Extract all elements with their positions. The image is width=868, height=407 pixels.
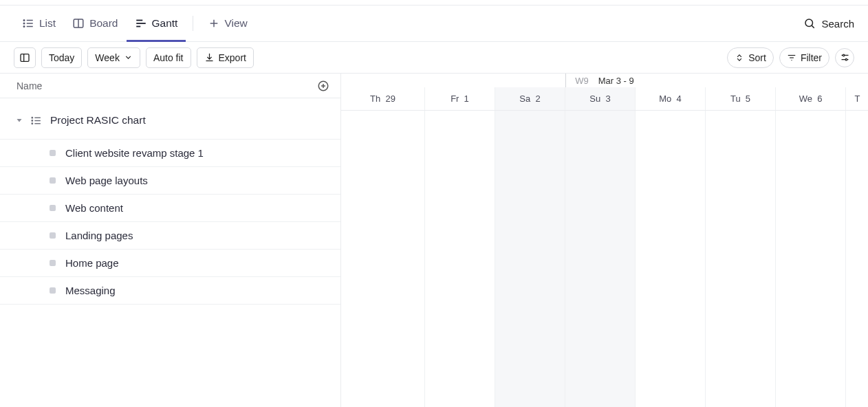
task-name: Landing pages: [65, 230, 133, 241]
group-row[interactable]: Project RASIC chart: [0, 102, 340, 140]
export-label: Export: [219, 52, 246, 63]
group-title: Project RASIC chart: [50, 114, 146, 126]
sliders-icon: [840, 52, 850, 63]
sort-icon: [735, 53, 744, 63]
svg-marker-28: [17, 119, 22, 122]
day-header-cell: Th 29: [341, 87, 425, 110]
timeline-column: [565, 111, 636, 407]
timeline-column: [495, 111, 565, 407]
tab-list[interactable]: List: [14, 6, 64, 41]
svg-point-24: [845, 58, 847, 60]
plus-icon: [208, 18, 219, 29]
toggle-panel-button[interactable]: [14, 47, 36, 68]
svg-point-3: [23, 20, 25, 21]
day-header-cell: Fr 1: [425, 87, 495, 110]
day-header-cell: Tu 5: [706, 87, 776, 110]
settings-button[interactable]: [835, 48, 854, 67]
timeline-column: [706, 111, 776, 407]
status-square-icon: [50, 150, 56, 156]
task-name: Messaging: [65, 285, 116, 296]
range-dropdown[interactable]: Week: [87, 47, 140, 68]
day-header-cell: Su 3: [565, 87, 636, 110]
status-square-icon: [50, 260, 56, 266]
timeline-column: [636, 111, 706, 407]
sort-label: Sort: [748, 52, 766, 63]
add-view-label: View: [224, 17, 247, 30]
svg-line-14: [812, 25, 814, 28]
name-column-header: Name: [17, 80, 42, 91]
task-name: Home page: [65, 257, 119, 269]
sort-button[interactable]: Sort: [727, 47, 774, 68]
list-icon: [30, 115, 42, 126]
svg-point-32: [32, 117, 32, 118]
svg-point-5: [23, 26, 25, 28]
task-row[interactable]: Web page layouts: [0, 167, 340, 195]
task-name: Web page layouts: [65, 175, 148, 186]
timeline-column: [846, 111, 868, 407]
task-row[interactable]: Web content: [0, 195, 340, 222]
tab-list-label: List: [39, 17, 56, 30]
task-row[interactable]: Landing pages: [0, 222, 340, 250]
task-name: Client website revamp stage 1: [65, 147, 204, 159]
view-tabs-bar: List Board Gantt View Search: [0, 5, 868, 42]
week-range: Mar 3 - 9: [598, 76, 634, 86]
autofit-label: Auto fit: [153, 52, 184, 63]
caret-down-icon[interactable]: [15, 116, 23, 124]
filter-button[interactable]: Filter: [779, 47, 829, 68]
status-square-icon: [50, 232, 56, 239]
timeline-column: [776, 111, 846, 407]
day-header-cell: Mo 4: [636, 87, 706, 110]
list-icon: [22, 17, 34, 30]
task-row[interactable]: Messaging: [0, 277, 340, 305]
board-icon: [72, 17, 85, 30]
svg-point-4: [23, 23, 25, 24]
day-header-cell: Sa 2: [495, 87, 565, 110]
svg-point-13: [805, 19, 813, 27]
today-label: Today: [49, 52, 74, 63]
timeline-body[interactable]: [341, 111, 868, 407]
search-icon: [803, 17, 816, 30]
gantt-main: Name Project RASIC chart Client website …: [0, 74, 868, 407]
task-list-header: Name: [0, 74, 340, 98]
timeline-week-header: W9 Mar 3 - 9: [341, 74, 868, 87]
status-square-icon: [50, 205, 56, 211]
task-row[interactable]: Home page: [0, 250, 340, 277]
filter-icon: [787, 53, 796, 63]
panel-icon: [19, 52, 30, 63]
status-square-icon: [50, 287, 56, 294]
timeline-column: [425, 111, 495, 407]
range-label: Week: [95, 52, 120, 63]
svg-rect-15: [21, 54, 29, 61]
today-button[interactable]: Today: [41, 47, 82, 68]
svg-point-22: [843, 54, 845, 56]
export-button[interactable]: Export: [197, 47, 254, 68]
add-column-button[interactable]: [317, 80, 329, 92]
day-header-cell: T: [846, 87, 868, 110]
timeline-column: [341, 111, 425, 407]
task-row[interactable]: Client website revamp stage 1: [0, 140, 340, 167]
svg-point-34: [32, 123, 32, 124]
gantt-toolbar: Today Week Auto fit Export Sort Filter: [0, 42, 868, 74]
timeline-pane: W9 Mar 3 - 9 Th 29Fr 1Sa 2Su 3Mo 4Tu 5We…: [341, 74, 868, 407]
week-boundary-line: [565, 74, 566, 87]
task-list-pane: Name Project RASIC chart Client website …: [0, 74, 341, 407]
chevron-down-icon: [124, 53, 133, 62]
filter-label: Filter: [801, 52, 822, 63]
task-name: Web content: [65, 202, 123, 214]
timeline-days-row: Th 29Fr 1Sa 2Su 3Mo 4Tu 5We 6T: [341, 87, 868, 111]
task-rows: Project RASIC chart Client website revam…: [0, 98, 340, 407]
autofit-button[interactable]: Auto fit: [146, 47, 191, 68]
tab-board[interactable]: Board: [64, 6, 126, 41]
add-view-button[interactable]: View: [200, 6, 255, 41]
tab-divider: [193, 16, 193, 31]
tab-gantt[interactable]: Gantt: [127, 6, 186, 41]
gantt-icon: [135, 17, 147, 30]
svg-point-33: [32, 120, 32, 120]
week-number: W9: [575, 76, 589, 86]
tab-board-label: Board: [89, 17, 118, 30]
status-square-icon: [50, 177, 56, 184]
search-label: Search: [821, 18, 854, 30]
tab-gantt-label: Gantt: [152, 17, 178, 30]
download-icon: [204, 52, 215, 63]
search-button[interactable]: Search: [803, 17, 854, 30]
